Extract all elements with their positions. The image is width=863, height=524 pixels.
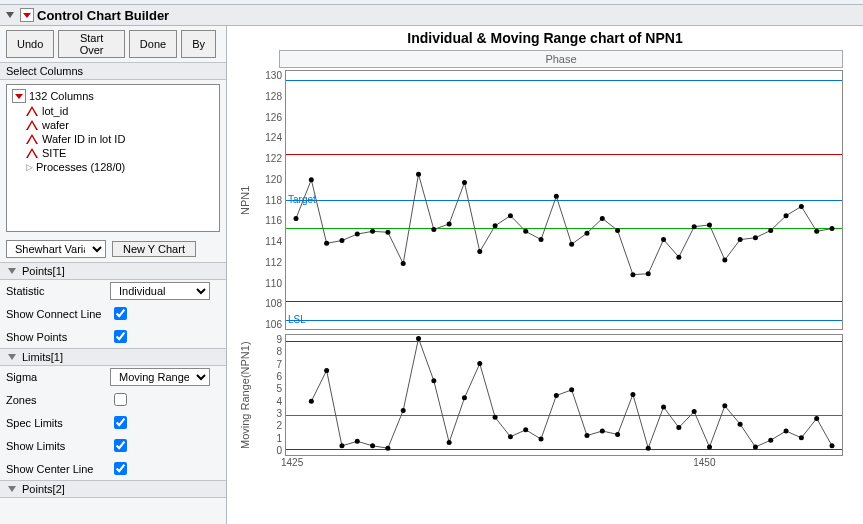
- columns-list[interactable]: 132 Columns lot_id wafer Wafer ID in lot…: [6, 84, 220, 232]
- center-line-checkbox[interactable]: [114, 462, 127, 475]
- expand-icon[interactable]: ▷: [26, 162, 33, 172]
- svg-point-31: [676, 255, 681, 260]
- chart-type-select[interactable]: Shewhart Variables: [6, 240, 106, 258]
- sigma-select[interactable]: Moving Range: [110, 368, 210, 386]
- svg-point-54: [493, 415, 498, 420]
- svg-point-39: [799, 204, 804, 209]
- svg-marker-2: [15, 94, 23, 99]
- svg-point-23: [554, 194, 559, 199]
- svg-point-41: [830, 226, 835, 231]
- svg-point-10: [355, 232, 360, 237]
- moving-range-chart[interactable]: [285, 334, 843, 456]
- limits1-heading[interactable]: Limits[1]: [0, 348, 226, 366]
- svg-point-30: [661, 237, 666, 242]
- svg-marker-5: [8, 486, 16, 492]
- columns-count-row[interactable]: 132 Columns: [10, 88, 216, 104]
- svg-point-16: [447, 221, 452, 226]
- svg-point-60: [584, 433, 589, 438]
- zones-label: Zones: [6, 394, 110, 406]
- new-y-chart-button[interactable]: New Y Chart: [112, 241, 196, 257]
- svg-point-37: [768, 228, 773, 233]
- svg-point-66: [676, 425, 681, 430]
- svg-point-19: [493, 223, 498, 228]
- column-item[interactable]: lot_id: [24, 104, 216, 118]
- svg-point-22: [539, 237, 544, 242]
- svg-point-68: [707, 445, 712, 450]
- collapse-icon[interactable]: [6, 483, 18, 495]
- svg-point-53: [477, 361, 482, 366]
- svg-point-18: [477, 249, 482, 254]
- svg-point-14: [416, 172, 421, 177]
- svg-point-55: [508, 434, 513, 439]
- svg-point-49: [416, 336, 421, 341]
- collapse-outer[interactable]: [4, 9, 16, 21]
- svg-point-6: [294, 216, 299, 221]
- column-item[interactable]: SITE: [24, 146, 216, 160]
- svg-point-20: [508, 213, 513, 218]
- menu-icon[interactable]: [12, 89, 26, 103]
- spec-limits-label: Spec Limits: [6, 417, 110, 429]
- svg-point-75: [814, 416, 819, 421]
- connect-line-checkbox[interactable]: [114, 307, 127, 320]
- svg-point-17: [462, 180, 467, 185]
- nominal-icon: [26, 134, 38, 144]
- statistic-select[interactable]: Individual: [110, 282, 210, 300]
- phase-header[interactable]: Phase: [279, 50, 843, 68]
- individual-chart[interactable]: Target LSL: [285, 70, 843, 330]
- svg-point-24: [569, 242, 574, 247]
- collapse-icon[interactable]: [6, 265, 18, 277]
- done-button[interactable]: Done: [129, 30, 177, 58]
- svg-point-76: [830, 443, 835, 448]
- nominal-icon: [26, 106, 38, 116]
- y1-axis-label: NPN1: [237, 70, 253, 330]
- by-button[interactable]: By: [181, 30, 216, 58]
- start-over-button[interactable]: Start Over: [58, 30, 125, 58]
- zones-checkbox[interactable]: [114, 393, 127, 406]
- select-columns-label: Select Columns: [0, 62, 226, 80]
- svg-point-67: [692, 409, 697, 414]
- svg-point-72: [768, 438, 773, 443]
- svg-point-52: [462, 395, 467, 400]
- show-points-checkbox[interactable]: [114, 330, 127, 343]
- svg-point-12: [385, 230, 390, 235]
- column-item[interactable]: Wafer ID in lot ID: [24, 132, 216, 146]
- svg-point-40: [814, 229, 819, 234]
- svg-point-61: [600, 429, 605, 434]
- points2-heading[interactable]: Points[2]: [0, 480, 226, 498]
- svg-point-65: [661, 405, 666, 410]
- column-item[interactable]: wafer: [24, 118, 216, 132]
- svg-point-46: [370, 443, 375, 448]
- points1-heading[interactable]: Points[1]: [0, 262, 226, 280]
- svg-marker-0: [6, 12, 14, 18]
- spec-limits-checkbox[interactable]: [114, 416, 127, 429]
- svg-point-36: [753, 235, 758, 240]
- svg-point-26: [600, 216, 605, 221]
- show-limits-checkbox[interactable]: [114, 439, 127, 452]
- svg-marker-3: [8, 268, 16, 274]
- nominal-icon: [26, 148, 38, 158]
- svg-point-25: [584, 231, 589, 236]
- menu-icon[interactable]: [20, 8, 34, 22]
- svg-marker-4: [8, 354, 16, 360]
- collapse-icon[interactable]: [6, 351, 18, 363]
- svg-point-47: [385, 446, 390, 451]
- svg-point-32: [692, 224, 697, 229]
- svg-point-74: [799, 435, 804, 440]
- svg-point-59: [569, 387, 574, 392]
- columns-count: 132 Columns: [29, 90, 94, 102]
- column-group[interactable]: ▷Processes (128/0): [24, 160, 216, 174]
- y2-axis-label: Moving Range(NPN1): [237, 334, 253, 456]
- svg-point-7: [309, 177, 314, 182]
- svg-point-8: [324, 241, 329, 246]
- svg-point-38: [784, 213, 789, 218]
- undo-button[interactable]: Undo: [6, 30, 54, 58]
- svg-point-50: [431, 378, 436, 383]
- svg-point-29: [646, 271, 651, 276]
- show-limits-label: Show Limits: [6, 440, 110, 452]
- svg-point-62: [615, 432, 620, 437]
- svg-point-70: [738, 422, 743, 427]
- svg-point-9: [339, 238, 344, 243]
- svg-point-13: [401, 261, 406, 266]
- svg-point-44: [339, 443, 344, 448]
- svg-point-33: [707, 222, 712, 227]
